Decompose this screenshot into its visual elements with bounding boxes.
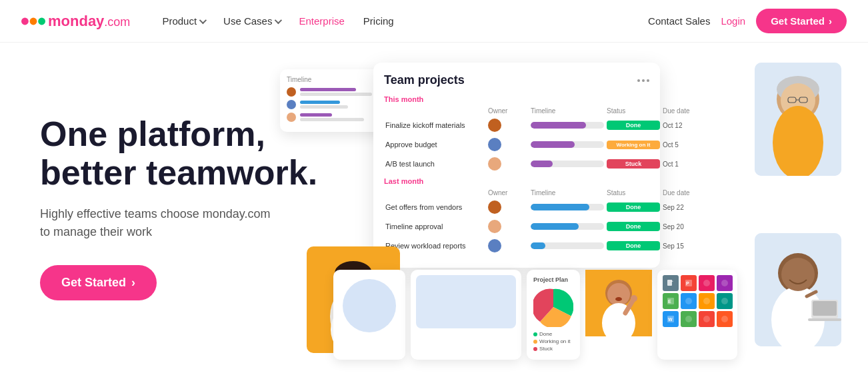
timeline-bar [300,113,332,117]
timeline-bars [300,101,380,109]
timeline-bar-container [531,161,604,167]
bottom-cards: Project Plan Done [333,270,680,360]
timeline-bar-bg [300,93,372,96]
timeline-bars [300,113,380,121]
pie-working-dot [533,340,537,344]
more-options-icon[interactable] [637,79,649,82]
timeline-bar-container [531,242,604,249]
person-illustration-man [755,233,841,346]
timeline-bar-bg [300,118,364,121]
status-badge: Done [607,202,660,212]
nav-right: Contact Sales Login Get Started › [648,9,847,33]
status-badge: Done [607,121,660,130]
hero-section: One platform, better teamwork. Highly ef… [0,43,868,373]
photo-man-right [755,233,841,346]
avatar [488,239,501,252]
get-started-nav-button[interactable]: Get Started › [756,9,847,33]
file-icon [699,293,715,309]
file-icon [681,311,697,327]
svg-point-48 [685,316,692,322]
avatar [287,100,296,109]
project-board-card: Team projects This month Owner Timeline … [373,63,660,268]
hero-subtext: Highly effective teams choose monday.com… [40,205,320,241]
files-grid: P E [663,275,732,327]
svg-point-24 [781,258,815,291]
file-icon: W [663,311,679,327]
svg-rect-26 [813,301,837,316]
person-illustration-right [755,63,841,176]
timeline-bar [531,223,579,230]
get-started-hero-button[interactable]: Get Started › [40,265,157,300]
status-badge: Stuck [607,159,660,169]
file-icon [663,275,679,291]
timeline-bar [531,204,589,210]
timeline-bar-container [531,223,604,230]
timeline-bar [300,88,356,91]
svg-point-39 [703,280,710,286]
contact-sales-link[interactable]: Contact Sales [648,15,710,27]
card-title: Team projects [384,73,465,87]
timeline-card-title: Timeline [287,76,380,83]
file-icon [681,293,697,309]
timeline-bar [531,141,575,148]
svg-point-17 [773,106,823,176]
file-icon: P [681,275,697,291]
table-row: Get offers from vendors Done Sep 22 [384,199,649,215]
blue-rect [416,275,516,328]
chevron-down-icon [275,16,282,23]
avatar [488,119,501,132]
avatar [488,157,501,171]
svg-point-31 [607,283,630,306]
timeline-bar [300,101,340,104]
pie-done-dot [533,332,537,336]
nav-item-use-cases[interactable]: Use Cases [215,10,288,32]
nav-item-pricing[interactable]: Pricing [355,10,402,32]
pie-chart-title: Project Plan [533,276,573,283]
logo[interactable]: monday.com [21,13,130,30]
chevron-down-icon [199,16,207,23]
svg-point-43 [685,298,692,304]
svg-text:E: E [668,299,671,304]
status-badge: Done [607,241,660,250]
pie-stuck-dot [533,347,537,351]
table-row: A/B test launch Stuck Oct 1 [384,156,649,172]
svg-rect-27 [808,318,841,321]
table-row: Finalize kickoff materials Done Oct 12 [384,117,649,133]
hero-text: One platform, better teamwork. Highly ef… [40,115,320,300]
timeline-bar-container [531,122,604,129]
pie-legend: Done Working on it Stuck [533,331,573,352]
logo-text: monday.com [48,13,130,30]
circle-placeholder-card [333,270,405,360]
hero-visual: Timeline [320,43,828,373]
timeline-row [287,100,380,109]
table-header: Owner Timeline Status Due date [384,107,649,115]
svg-point-35 [615,297,622,301]
avatar [287,87,296,97]
file-icon [699,311,715,327]
pie-chart-card: Project Plan Done [527,270,580,360]
svg-text:W: W [668,317,673,322]
status-badge: Working on it [607,141,660,149]
table-row: Review workload reports Done Sep 15 [384,238,649,254]
nav-item-enterprise[interactable]: Enterprise [291,10,352,32]
table-header: Owner Timeline Status Due date [384,189,649,196]
timeline-bar [531,161,553,167]
yellow-person-card [585,270,652,336]
svg-point-50 [721,316,728,322]
avatar [488,220,501,233]
svg-rect-36 [667,280,672,286]
timeline-bar-container [531,141,604,148]
svg-point-2 [38,17,45,25]
avatar [488,138,501,151]
timeline-bar-container [531,204,604,210]
timeline-bar-bg [300,105,348,109]
login-button[interactable]: Login [721,15,745,27]
timeline-row [287,113,380,122]
card-header: Team projects [384,73,649,87]
blue-rect-card [411,270,521,360]
file-icon [717,275,733,291]
svg-text:P: P [686,281,689,286]
timeline-bar [531,122,586,129]
section-last-month: Last month [384,177,649,185]
nav-item-product[interactable]: Product [154,10,213,32]
